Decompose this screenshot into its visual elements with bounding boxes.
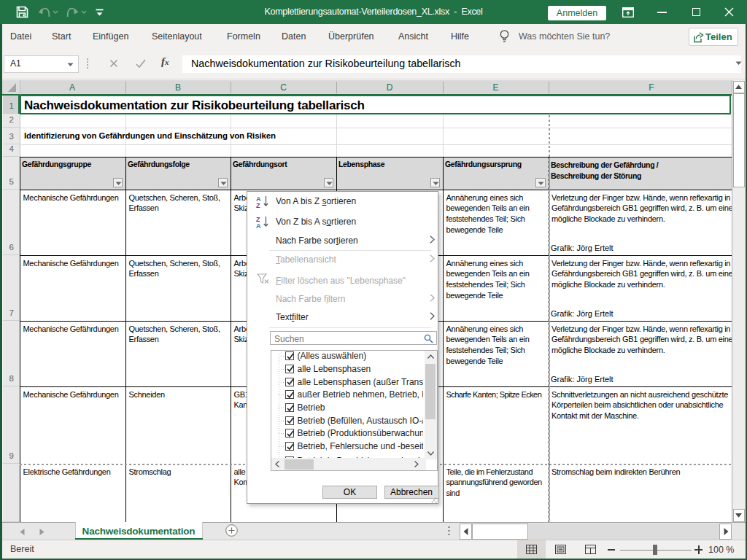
svg-text:A: A (256, 222, 261, 229)
svg-text:Z: Z (256, 202, 260, 209)
